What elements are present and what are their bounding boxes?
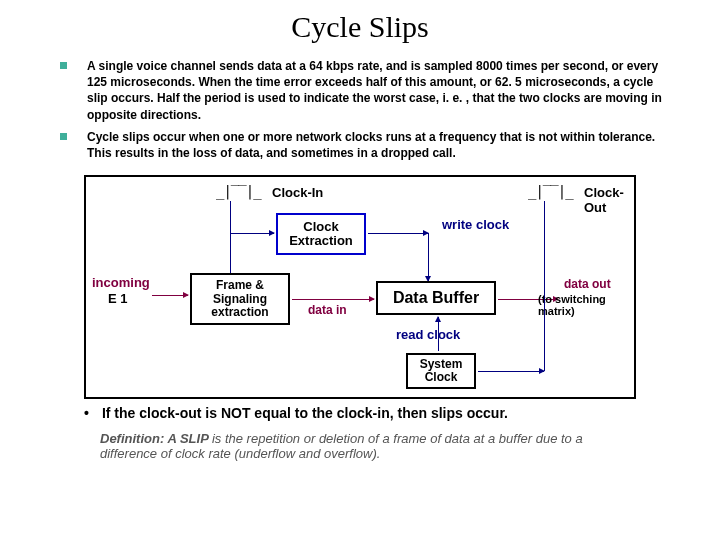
data-buffer-box: Data Buffer (376, 281, 496, 315)
slide: Cycle Slips A single voice channel sends… (0, 0, 720, 540)
bullet-list: A single voice channel sends data at a 6… (60, 58, 670, 161)
arrow-icon (368, 233, 428, 234)
clock-in-wave-icon: _|‾‾|_ (216, 183, 261, 199)
clock-extraction-text: Clock Extraction (278, 220, 364, 249)
caption-row: • If the clock-out is NOT equal to the c… (84, 405, 636, 421)
write-clock-label: write clock (442, 217, 509, 232)
bullet-text: A single voice channel sends data at a 6… (87, 58, 670, 123)
clock-out-wave-icon: _|‾‾|_ (528, 183, 573, 199)
data-buffer-text: Data Buffer (393, 289, 479, 307)
read-clock-label: read clock (396, 327, 460, 342)
clock-out-label: Clock-Out (584, 185, 634, 215)
slide-title: Cycle Slips (30, 10, 690, 44)
bullet-text: Cycle slips occur when one or more netwo… (87, 129, 670, 161)
clock-extraction-box: Clock Extraction (276, 213, 366, 255)
system-clock-box: System Clock (406, 353, 476, 389)
caption-text: If the clock-out is NOT equal to the clo… (102, 405, 508, 421)
data-in-label: data in (308, 303, 347, 317)
arrow-icon (230, 233, 274, 234)
to-switching-label: (to switching matrix) (538, 293, 634, 317)
arrow-icon (438, 317, 439, 351)
line-icon (544, 201, 545, 371)
arrow-icon (292, 299, 374, 300)
data-out-label: data out (564, 277, 611, 291)
clock-in-label: Clock-In (272, 185, 323, 200)
list-item: A single voice channel sends data at a 6… (60, 58, 670, 123)
system-clock-text: System Clock (408, 358, 474, 384)
arrow-icon (428, 233, 429, 281)
bullet-dot-icon: • (84, 405, 98, 421)
e1-label: E 1 (108, 291, 128, 306)
definition: Definition: A SLIP is the repetition or … (100, 431, 636, 461)
definition-lead: Definition: A SLIP (100, 431, 212, 446)
diagram: _|‾‾|_ Clock-In _|‾‾|_ Clock-Out Clock E… (84, 175, 636, 399)
incoming-label: incoming (92, 275, 150, 290)
frame-signaling-box: Frame & Signaling extraction (190, 273, 290, 325)
bullet-icon (60, 133, 67, 140)
bullet-icon (60, 62, 67, 69)
frame-signaling-text: Frame & Signaling extraction (192, 279, 288, 319)
arrow-icon (152, 295, 188, 296)
list-item: Cycle slips occur when one or more netwo… (60, 129, 670, 161)
diagram-container: _|‾‾|_ Clock-In _|‾‾|_ Clock-Out Clock E… (84, 175, 636, 399)
arrow-icon (478, 371, 544, 372)
